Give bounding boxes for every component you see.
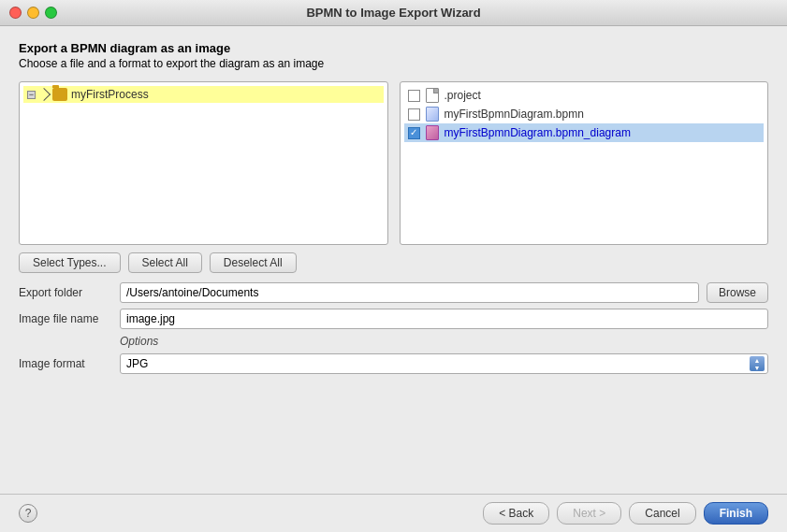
finish-button[interactable]: Finish bbox=[704, 502, 768, 525]
window-title: BPMN to Image Export Wizard bbox=[306, 6, 480, 20]
options-label: Options bbox=[120, 335, 158, 348]
checkbox-bpmn[interactable] bbox=[408, 108, 420, 121]
image-filename-row: Image file name bbox=[19, 309, 768, 329]
maximize-button[interactable] bbox=[45, 7, 57, 19]
tree-item-label: myFirstProcess bbox=[71, 88, 149, 101]
filename-bpmn: myFirstBpmnDiagram.bpmn bbox=[445, 108, 584, 121]
project-tree-panel[interactable]: − myFirstProcess bbox=[19, 81, 388, 245]
minimize-button[interactable] bbox=[27, 7, 39, 19]
list-item-diagram[interactable]: myFirstBpmnDiagram.bpmn_diagram bbox=[404, 123, 765, 142]
file-icon-generic bbox=[426, 88, 439, 103]
list-item-bpmn[interactable]: myFirstBpmnDiagram.bpmn bbox=[404, 105, 765, 123]
image-format-select[interactable]: JPG PNG BMP GIF SVG bbox=[120, 353, 768, 374]
titlebar: BPMN to Image Export Wizard bbox=[0, 0, 787, 26]
form-section: Export folder Browse Image file name Opt… bbox=[19, 282, 768, 374]
folder-icon bbox=[52, 88, 67, 101]
image-format-row: Image format JPG PNG BMP GIF SVG bbox=[19, 353, 768, 374]
diagram-file-icon bbox=[426, 125, 439, 140]
close-button[interactable] bbox=[9, 7, 22, 19]
bpmn-file-icon bbox=[426, 107, 439, 122]
checkbox-diagram[interactable] bbox=[408, 127, 420, 139]
action-buttons-row: Select Types... Select All Deselect All bbox=[19, 252, 768, 273]
filename-project: .project bbox=[445, 89, 481, 102]
header-line1: Export a BPMN diagram as an image bbox=[19, 41, 768, 55]
image-format-label: Image format bbox=[19, 357, 112, 370]
next-button[interactable]: Next > bbox=[557, 502, 621, 525]
back-button[interactable]: < Back bbox=[483, 502, 549, 525]
tree-item-myFirstProcess[interactable]: − myFirstProcess bbox=[23, 86, 384, 103]
cancel-button[interactable]: Cancel bbox=[629, 502, 695, 525]
browse-button[interactable]: Browse bbox=[707, 282, 768, 303]
image-filename-label: Image file name bbox=[19, 312, 112, 325]
footer: ? < Back Next > Cancel Finish bbox=[0, 494, 787, 532]
file-list-panel[interactable]: .project myFirstBpmnDiagram.bpmn myFirst… bbox=[400, 81, 769, 245]
options-row: Options bbox=[19, 335, 768, 348]
checkbox-project[interactable] bbox=[408, 90, 420, 102]
expand-arrow-icon bbox=[37, 88, 51, 101]
export-folder-input[interactable] bbox=[120, 282, 699, 303]
footer-buttons: < Back Next > Cancel Finish bbox=[483, 502, 768, 525]
dialog-body: Export a BPMN diagram as an image Choose… bbox=[0, 26, 787, 494]
select-types-button[interactable]: Select Types... bbox=[19, 252, 121, 273]
panels-container: − myFirstProcess .project myFirstBpmnDia… bbox=[19, 81, 768, 245]
deselect-all-button[interactable]: Deselect All bbox=[210, 252, 297, 273]
image-filename-input[interactable] bbox=[120, 309, 768, 329]
export-folder-row: Export folder Browse bbox=[19, 282, 768, 303]
help-button[interactable]: ? bbox=[19, 504, 37, 523]
collapse-button[interactable]: − bbox=[27, 91, 36, 99]
window-controls bbox=[9, 7, 57, 19]
select-all-button[interactable]: Select All bbox=[128, 252, 202, 273]
header-section: Export a BPMN diagram as an image Choose… bbox=[19, 41, 768, 70]
header-line2: Choose a file and a format to export the… bbox=[19, 57, 768, 70]
export-folder-label: Export folder bbox=[19, 286, 112, 299]
filename-diagram: myFirstBpmnDiagram.bpmn_diagram bbox=[445, 126, 631, 139]
list-item-project[interactable]: .project bbox=[404, 86, 765, 105]
image-format-wrapper: JPG PNG BMP GIF SVG bbox=[120, 353, 768, 374]
